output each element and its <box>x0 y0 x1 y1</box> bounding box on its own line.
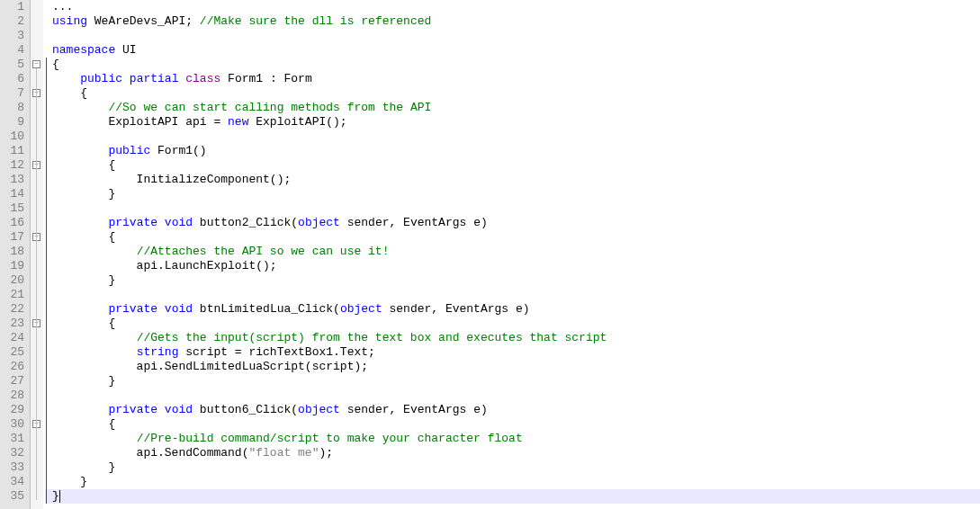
fold-guide-line <box>36 68 37 500</box>
code-line-content[interactable]: //Gets the input(script) from the text b… <box>52 331 607 345</box>
code-line[interactable]: } <box>45 187 980 201</box>
code-line[interactable]: string script = richTextBox1.Text; <box>45 345 980 360</box>
code-line[interactable]: { <box>45 158 980 173</box>
code-line[interactable] <box>45 288 980 302</box>
code-line[interactable]: { <box>45 417 980 432</box>
code-line[interactable] <box>45 201 980 216</box>
token-kw: private <box>108 216 157 229</box>
line-number: 8 <box>0 101 24 115</box>
code-line-content[interactable]: api.LaunchExploit(); <box>52 259 277 273</box>
code-line-content[interactable]: InitializeComponent(); <box>52 173 291 187</box>
brace-indicator <box>45 14 52 29</box>
token-txt <box>52 403 108 416</box>
line-number: 31 <box>0 432 24 446</box>
code-line-content[interactable]: private void btnLimitedLua_Click(object … <box>52 302 530 317</box>
code-line[interactable]: { <box>45 58 980 72</box>
code-line-content[interactable]: //So we can start calling methods from t… <box>52 101 431 115</box>
line-number: 17 <box>0 230 24 245</box>
code-line[interactable]: } <box>45 475 980 489</box>
line-number: 10 <box>0 129 24 144</box>
code-line-content[interactable]: } <box>52 374 115 388</box>
token-kw: object <box>298 403 340 416</box>
token-txt <box>52 302 108 316</box>
code-line[interactable]: } <box>45 374 980 388</box>
token-txt <box>157 216 165 229</box>
code-line-content[interactable]: //Attaches the API so we can use it! <box>52 245 389 259</box>
code-line[interactable]: } <box>45 489 980 504</box>
code-line-content[interactable]: { <box>52 230 115 245</box>
code-line[interactable]: ExploitAPI api = new ExploitAPI(); <box>45 115 980 129</box>
code-line-content[interactable]: private void button2_Click(object sender… <box>52 216 488 230</box>
token-txt <box>52 432 137 445</box>
token-txt <box>157 403 165 416</box>
code-line[interactable]: { <box>45 317 980 331</box>
code-line-content[interactable]: ExploitAPI api = new ExploitAPI(); <box>52 115 347 129</box>
code-line-content[interactable]: { <box>52 158 115 173</box>
code-line-content[interactable]: api.SendLimitedLuaScript(script); <box>52 360 368 374</box>
code-line[interactable]: namespace UI <box>45 43 980 58</box>
line-number: 24 <box>0 331 24 345</box>
code-line[interactable] <box>45 29 980 43</box>
token-txt: { <box>52 158 115 172</box>
token-txt: { <box>52 58 59 71</box>
token-txt: } <box>52 475 87 488</box>
code-line-content[interactable]: private void button6_Click(object sender… <box>52 403 488 417</box>
line-number: 25 <box>0 345 24 360</box>
code-line[interactable]: { <box>45 230 980 245</box>
code-line-content[interactable]: { <box>52 86 87 101</box>
fold-toggle-icon[interactable]: − <box>32 60 40 68</box>
token-txt <box>52 144 108 157</box>
line-number: 5 <box>0 58 24 72</box>
token-txt: UI <box>115 43 136 57</box>
fold-column[interactable]: −−−−−− <box>31 0 43 509</box>
code-line[interactable]: api.SendCommand("float me"); <box>45 446 980 460</box>
code-line[interactable]: //Pre-build command/script to make your … <box>45 432 980 446</box>
code-line-content[interactable]: //Pre-build command/script to make your … <box>52 432 523 446</box>
code-line[interactable]: //Gets the input(script) from the text b… <box>45 331 980 345</box>
code-line[interactable]: private void button6_Click(object sender… <box>45 403 980 417</box>
token-txt <box>52 245 137 258</box>
code-line-content[interactable]: namespace UI <box>52 43 137 58</box>
code-line-content[interactable]: } <box>52 489 60 504</box>
code-line[interactable]: //So we can start calling methods from t… <box>45 101 980 115</box>
code-line[interactable]: using WeAreDevs_API; //Make sure the dll… <box>45 14 980 29</box>
code-line-content[interactable]: public partial class Form1 : Form <box>52 72 312 86</box>
code-line-content[interactable]: } <box>52 460 115 475</box>
code-line-content[interactable]: } <box>52 187 115 201</box>
code-line[interactable] <box>45 388 980 403</box>
code-line-content[interactable]: { <box>52 58 59 72</box>
code-line[interactable]: } <box>45 460 980 475</box>
code-line[interactable]: InitializeComponent(); <box>45 173 980 187</box>
code-line[interactable]: public partial class Form1 : Form <box>45 72 980 86</box>
code-line[interactable]: //Attaches the API so we can use it! <box>45 245 980 259</box>
code-line[interactable]: ... <box>45 0 980 14</box>
code-line-content[interactable]: ... <box>52 0 73 14</box>
token-txt: } <box>52 273 115 287</box>
token-kw: public <box>80 72 122 85</box>
code-line[interactable] <box>45 129 980 144</box>
code-line[interactable]: public Form1() <box>45 144 980 158</box>
code-line[interactable]: } <box>45 273 980 288</box>
token-txt: sender, EventArgs e) <box>340 216 488 229</box>
code-line-content[interactable]: { <box>52 417 115 432</box>
code-editor[interactable]: ...using WeAreDevs_API; //Make sure the … <box>43 0 980 509</box>
token-txt: sender, EventArgs e) <box>340 403 488 416</box>
brace-indicator <box>45 43 52 58</box>
token-txt: button2_Click( <box>193 216 298 229</box>
code-line[interactable]: private void button2_Click(object sender… <box>45 216 980 230</box>
code-line-content[interactable]: api.SendCommand("float me"); <box>52 446 333 460</box>
code-line[interactable]: private void btnLimitedLua_Click(object … <box>45 302 980 317</box>
code-line-content[interactable]: } <box>52 273 115 288</box>
code-line-content[interactable]: using WeAreDevs_API; //Make sure the dll… <box>52 14 431 29</box>
code-line[interactable]: api.SendLimitedLuaScript(script); <box>45 360 980 374</box>
code-line-content[interactable]: public Form1() <box>52 144 207 158</box>
code-line-content[interactable]: } <box>52 475 87 489</box>
token-kw: using <box>52 14 87 28</box>
code-line[interactable]: { <box>45 86 980 101</box>
line-number: 6 <box>0 72 24 86</box>
code-line-content[interactable]: string script = richTextBox1.Text; <box>52 345 375 360</box>
code-line[interactable]: api.LaunchExploit(); <box>45 259 980 273</box>
token-kw: private <box>108 302 157 316</box>
code-line-content[interactable]: { <box>52 317 115 331</box>
line-number: 3 <box>0 29 24 43</box>
